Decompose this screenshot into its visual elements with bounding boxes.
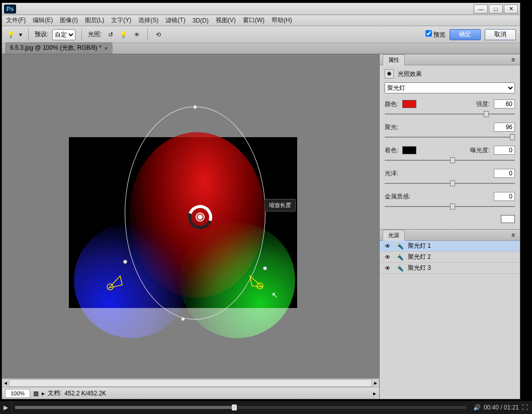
colorize-label: 着色: (385, 146, 398, 155)
document-tab-label: 6.5.3.jpg @ 100% (光效, RGB/8) * (10, 44, 102, 52)
light-item-3[interactable]: 👁 🔦 聚光灯 3 (380, 263, 520, 274)
lighting-effects-icon: ✺ (385, 69, 394, 78)
intensity-input[interactable] (494, 99, 515, 109)
menu-type[interactable]: 文字(Y) (111, 16, 131, 25)
light-type-select[interactable]: 聚光灯 (385, 82, 515, 93)
exposure-label: 曝光度: (470, 146, 490, 155)
metallic-slider[interactable] (385, 203, 515, 210)
document-tab[interactable]: 6.5.3.jpg @ 100% (光效, RGB/8) * × (5, 42, 113, 54)
hotspot-label: 聚光: (385, 123, 398, 132)
titlebar: Ps — □ ✕ (2, 3, 520, 15)
doc-size-value: 452.2 K/452.2K (64, 390, 106, 397)
intensity-slider[interactable] (385, 111, 515, 118)
light-item-label: 聚光灯 1 (408, 242, 431, 250)
menu-filter[interactable]: 滤镜(T) (165, 16, 185, 25)
preset-select[interactable]: 自定 (52, 29, 75, 40)
menu-edit[interactable]: 编辑(E) (33, 16, 53, 25)
gloss-input[interactable] (494, 169, 515, 178)
menu-layer[interactable]: 图层(L) (85, 16, 105, 25)
statusbar-icon[interactable]: ▦ (33, 390, 39, 397)
preview-checkbox[interactable]: 预览 (425, 30, 446, 39)
spotlight-icon: 🔦 (396, 243, 404, 250)
lighting-label: 光照: (88, 30, 102, 39)
doc-size-label: 文档: (48, 389, 61, 397)
exposure-slider[interactable] (385, 157, 515, 164)
panel-menu-icon[interactable]: ≡ (509, 56, 517, 63)
lights-tab[interactable]: 光源 (383, 230, 405, 241)
mouse-cursor-icon: ↖ (272, 290, 278, 300)
hotspot-input[interactable] (494, 123, 515, 132)
horizontal-scrollbar[interactable]: ◂▸ (2, 378, 379, 387)
gloss-slider[interactable] (385, 180, 515, 187)
menu-window[interactable]: 窗口(W) (243, 16, 264, 25)
ellipse-handle-left[interactable] (123, 260, 127, 264)
cancel-button[interactable]: 取消 (485, 29, 516, 40)
spotlight-icon: 🔦 (396, 254, 404, 261)
light-intensity-dial[interactable] (188, 205, 212, 229)
options-bar: 💡 ▾ 预设: 自定 光照: ↺ 💡 ✳ ⟲ 预览 确定 取消 (2, 26, 520, 43)
play-button[interactable]: ▶ (0, 401, 12, 413)
spotlight-icon: 🔦 (396, 265, 404, 272)
photoshop-logo: Ps (4, 5, 16, 14)
light-source-list: 👁 🔦 聚光灯 1 👁 🔦 聚光灯 2 👁 🔦 聚光灯 3 (380, 241, 520, 399)
seek-bar[interactable] (15, 406, 466, 409)
time-display: 00:40 / 01:21 (484, 404, 519, 411)
menubar: 文件(F) 编辑(E) 图像(I) 图层(L) 文字(Y) 选择(S) 滤镜(T… (2, 15, 520, 26)
metallic-input[interactable] (494, 192, 515, 201)
menu-view[interactable]: 视图(V) (216, 16, 236, 25)
tab-close-icon[interactable]: × (105, 45, 108, 51)
blue-light-gizmo[interactable] (105, 271, 125, 291)
menu-3d[interactable]: 3D(D) (193, 17, 209, 24)
canvas-tooltip: 缩放长度 (264, 199, 296, 212)
visibility-icon[interactable]: 👁 (384, 265, 392, 272)
add-spot-icon[interactable]: ↺ (106, 30, 115, 39)
light-item-2[interactable]: 👁 🔦 聚光灯 2 (380, 252, 520, 263)
menu-help[interactable]: 帮助(H) (272, 16, 292, 25)
light-item-label: 聚光灯 3 (408, 264, 431, 272)
document-tabs: 6.5.3.jpg @ 100% (光效, RGB/8) * × (2, 43, 520, 54)
canvas-area: 缩放长度 ↖ ◂▸ ▦ ▸ 文档: 452.2 K/452.2K ▸ (2, 54, 379, 399)
properties-panel: ✺ 光照效果 聚光灯 颜色: 强度: 聚光: (380, 65, 520, 230)
add-point-icon[interactable]: 💡 (119, 30, 128, 39)
light-item-label: 聚光灯 2 (408, 253, 431, 261)
canvas-viewport[interactable]: 缩放长度 ↖ (2, 54, 379, 378)
app-window: Ps — □ ✕ 文件(F) 编辑(E) 图像(I) 图层(L) 文字(Y) 选… (2, 3, 520, 399)
video-player-bar: ▶ 🔊 00:40 / 01:21 ⛶ (0, 401, 532, 414)
light-item-1[interactable]: 👁 🔦 聚光灯 1 (380, 241, 520, 252)
lighting-tool-icon[interactable]: 💡 (6, 30, 15, 39)
preset-label: 预设: (35, 30, 48, 39)
minimize-button[interactable]: — (474, 5, 488, 14)
volume-icon[interactable]: 🔊 (473, 404, 481, 411)
fullscreen-icon[interactable]: ⛶ (522, 404, 528, 411)
properties-title: 光照效果 (398, 70, 422, 78)
gloss-label: 光泽: (385, 169, 398, 178)
colorize-swatch[interactable] (402, 146, 416, 154)
color-swatch[interactable] (402, 100, 416, 108)
menu-select[interactable]: 选择(S) (138, 16, 158, 25)
exposure-input[interactable] (494, 146, 515, 155)
status-bar: ▦ ▸ 文档: 452.2 K/452.2K ▸ (2, 387, 379, 399)
ellipse-handle-bottom[interactable] (181, 317, 185, 321)
maximize-button[interactable]: □ (489, 5, 503, 14)
intensity-label: 强度: (476, 100, 490, 109)
ellipse-handle-right[interactable] (263, 266, 267, 270)
ambient-swatch[interactable] (501, 215, 515, 223)
properties-tab[interactable]: 属性 (383, 54, 405, 65)
add-infinite-icon[interactable]: ✳ (132, 30, 141, 39)
close-button[interactable]: ✕ (504, 5, 518, 14)
reset-icon[interactable]: ⟲ (154, 30, 163, 39)
color-label: 颜色: (385, 100, 398, 109)
lights-panel-menu-icon[interactable]: ≡ (509, 232, 517, 239)
visibility-icon[interactable]: 👁 (384, 243, 392, 250)
visibility-icon[interactable]: 👁 (384, 254, 392, 261)
zoom-input[interactable] (5, 389, 30, 398)
hotspot-slider[interactable] (385, 134, 515, 141)
svg-point-1 (257, 283, 263, 289)
menu-image[interactable]: 图像(I) (60, 16, 77, 25)
metallic-label: 金属质感: (385, 192, 410, 201)
ok-button[interactable]: 确定 (450, 29, 481, 40)
menu-file[interactable]: 文件(F) (6, 16, 26, 25)
ellipse-handle-top[interactable] (193, 105, 197, 109)
